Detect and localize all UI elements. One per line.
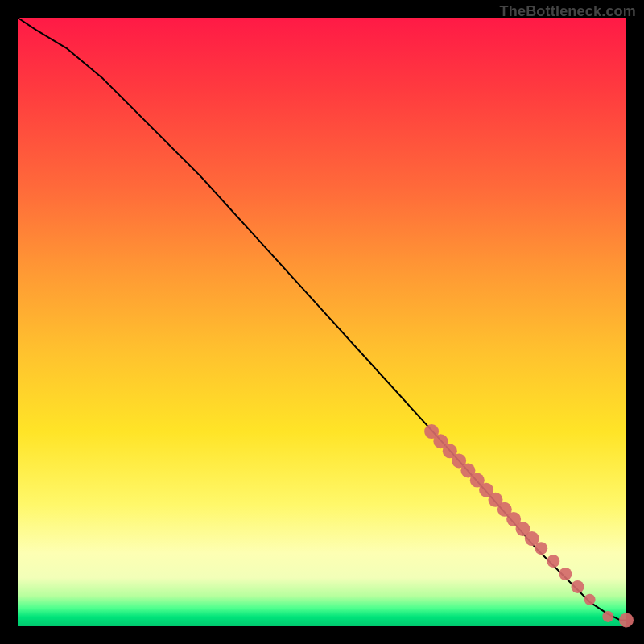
attribution-label: TheBottleneck.com xyxy=(500,3,636,20)
data-point xyxy=(547,555,559,568)
curve-path xyxy=(18,18,626,620)
data-point xyxy=(619,613,634,627)
data-point xyxy=(602,611,613,622)
data-point xyxy=(572,580,584,593)
chart-svg xyxy=(18,18,626,626)
marker-group xyxy=(424,424,634,627)
data-point xyxy=(584,594,596,605)
data-point xyxy=(559,568,572,580)
chart-stage: TheBottleneck.com xyxy=(0,0,644,644)
plot-area xyxy=(18,18,626,626)
data-point xyxy=(535,542,547,555)
